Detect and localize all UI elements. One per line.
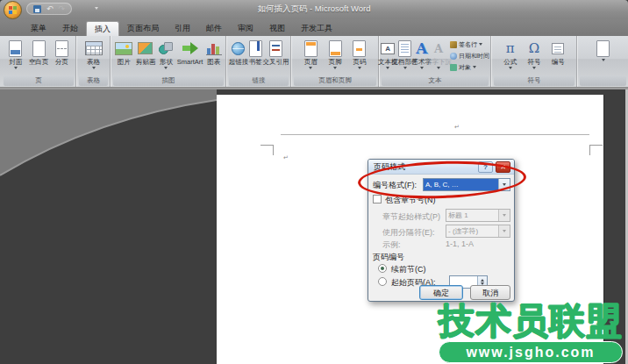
tab-page-layout[interactable]: 页面布局 bbox=[119, 21, 167, 36]
page-break-button[interactable]: 分页 bbox=[55, 37, 68, 75]
ribbon-group-links: 超链接 书签 交叉引用 链接 bbox=[227, 36, 291, 87]
continue-from-previous-radio[interactable] bbox=[378, 264, 387, 273]
cover-page-icon bbox=[9, 40, 22, 57]
hyperlink-button[interactable]: 超链接 bbox=[229, 37, 249, 75]
page-number-button[interactable]: 页码 bbox=[353, 37, 366, 75]
dropdown-caret-icon bbox=[386, 67, 389, 69]
dropdown-caret-icon bbox=[333, 67, 337, 69]
dropdown-caret-icon bbox=[437, 67, 440, 69]
dropdown-caret-icon bbox=[164, 67, 168, 69]
group-label-partial bbox=[580, 75, 626, 86]
smartart-button[interactable]: SmartArt bbox=[177, 37, 203, 75]
group-label-links: 链接 bbox=[229, 75, 289, 86]
cross-reference-button[interactable]: 交叉引用 bbox=[262, 37, 289, 75]
text-box-button[interactable]: A 文本框 bbox=[381, 37, 396, 75]
header-icon bbox=[304, 40, 318, 57]
ribbon-group-partial bbox=[578, 36, 628, 87]
drop-cap-icon: A bbox=[434, 42, 443, 55]
ribbon-tab-bar: 菜单 开始 插入 页面布局 引用 邮件 审阅 视图 开发工具 bbox=[0, 19, 628, 36]
tab-mailings[interactable]: 邮件 bbox=[198, 21, 230, 36]
dropdown-caret-icon bbox=[403, 67, 407, 69]
footer-button[interactable]: 页脚 bbox=[329, 37, 342, 75]
page-break-icon bbox=[55, 40, 68, 57]
dropdown-caret-icon bbox=[473, 66, 476, 68]
header-boundary-line bbox=[281, 134, 589, 135]
shapes-button[interactable]: 形状 bbox=[158, 37, 174, 75]
ok-button[interactable]: 确定 bbox=[419, 285, 463, 300]
watermark: 技术员联盟 www.jsgho.com bbox=[439, 303, 623, 363]
blank-page-button[interactable]: 空白页 bbox=[29, 37, 49, 75]
dropdown-caret-icon bbox=[92, 67, 96, 69]
text-box-icon: A bbox=[381, 43, 395, 54]
ribbon-group-tables: 表格 表格 bbox=[77, 36, 111, 87]
quick-parts-button[interactable]: 文档部件 bbox=[396, 37, 415, 75]
picture-button[interactable]: 图片 bbox=[115, 37, 132, 75]
tab-menu[interactable]: 菜单 bbox=[23, 21, 54, 36]
equation-button[interactable]: π 公式 bbox=[503, 37, 517, 75]
text-group-stack: 签名行 日期和时间 对象 bbox=[448, 37, 489, 75]
symbol-icon: Ω bbox=[529, 41, 539, 55]
wordart-button[interactable]: A 艺术字 bbox=[415, 37, 430, 75]
combo-dropdown-icon bbox=[498, 210, 510, 221]
watermark-title: 技术员联盟 bbox=[439, 303, 623, 340]
paragraph-mark: ↵ bbox=[283, 154, 289, 161]
tab-references[interactable]: 引用 bbox=[167, 21, 198, 36]
clipped-icon bbox=[596, 40, 610, 57]
picture-icon bbox=[115, 42, 132, 55]
watermark-url: www.jsgho.com bbox=[439, 341, 623, 363]
drop-cap-button[interactable]: A 首字下沉 bbox=[429, 37, 448, 75]
clipart-button[interactable]: 剪贴画 bbox=[136, 37, 156, 75]
separator-select: - (连字符) bbox=[446, 225, 510, 238]
dropdown-caret-icon bbox=[420, 67, 424, 69]
include-chapter-checkbox[interactable] bbox=[373, 195, 382, 203]
dropdown-caret-icon bbox=[358, 67, 361, 69]
bookmark-button[interactable]: 书签 bbox=[249, 37, 262, 75]
chapter-style-label: 章节起始样式(P) bbox=[382, 211, 440, 223]
chart-icon bbox=[206, 42, 222, 55]
group-label-pages: 页 bbox=[4, 75, 74, 86]
signature-line-button[interactable]: 签名行 bbox=[450, 40, 489, 49]
tab-review[interactable]: 审阅 bbox=[230, 21, 261, 36]
numbering-section-label: 页码编号 bbox=[373, 252, 404, 263]
ribbon-group-pages: 封面 空白页 分页 页 bbox=[2, 36, 76, 87]
dropdown-caret-icon bbox=[309, 67, 312, 69]
ribbon-group-header-footer: 页眉 页脚 页码 页眉和页脚 bbox=[292, 36, 379, 87]
symbol-button[interactable]: Ω 符号 bbox=[528, 37, 541, 75]
dropdown-caret-icon bbox=[509, 67, 512, 69]
dropdown-caret-icon bbox=[14, 67, 18, 69]
quick-parts-icon bbox=[398, 40, 411, 57]
separator-label: 使用分隔符(E): bbox=[382, 227, 435, 239]
tab-view[interactable]: 视图 bbox=[261, 21, 293, 36]
signature-line-icon bbox=[450, 41, 457, 48]
number-button[interactable]: 编号 bbox=[552, 37, 565, 75]
word-window: ↶ ↷ 如何插入页码 - Microsoft Word 菜单 开始 插入 页面布… bbox=[0, 0, 628, 364]
group-label-symbols: 符号 bbox=[494, 75, 574, 86]
continue-from-previous-label: 续前节(C) bbox=[391, 264, 426, 275]
bookmark-icon bbox=[249, 40, 262, 57]
wordart-icon: A bbox=[416, 41, 427, 56]
tab-developer[interactable]: 开发工具 bbox=[293, 21, 340, 36]
object-button[interactable]: 对象 bbox=[450, 63, 489, 72]
header-button[interactable]: 页眉 bbox=[304, 37, 318, 75]
cover-page-button[interactable]: 封面 bbox=[9, 37, 22, 75]
ribbon-group-text: A 文本框 文档部件 A 艺术字 A 首字下沉 bbox=[380, 36, 491, 87]
dropdown-caret-icon bbox=[602, 59, 605, 61]
start-at-radio[interactable] bbox=[378, 277, 387, 286]
clipped-button[interactable] bbox=[596, 37, 610, 75]
footer-icon bbox=[329, 40, 342, 57]
cross-reference-icon bbox=[269, 40, 282, 57]
example-value: 1-1, 1-A bbox=[446, 239, 474, 248]
group-label-text: 文本 bbox=[382, 75, 489, 86]
number-icon bbox=[552, 43, 564, 54]
title-bar: ↶ ↷ 如何插入页码 - Microsoft Word bbox=[0, 0, 628, 19]
object-icon bbox=[450, 64, 457, 71]
separator-value: - (连字符) bbox=[446, 225, 498, 237]
ribbon-group-illustrations: 图片 剪贴画 形状 SmartArt 图表 bbox=[111, 36, 226, 87]
tab-insert[interactable]: 插入 bbox=[86, 21, 119, 36]
tab-home[interactable]: 开始 bbox=[54, 21, 86, 36]
hyperlink-icon bbox=[232, 42, 245, 55]
table-button[interactable]: 表格 bbox=[85, 37, 103, 75]
chart-button[interactable]: 图表 bbox=[206, 37, 222, 75]
cancel-button[interactable]: 取消 bbox=[470, 285, 510, 300]
date-time-button[interactable]: 日期和时间 bbox=[450, 52, 489, 61]
